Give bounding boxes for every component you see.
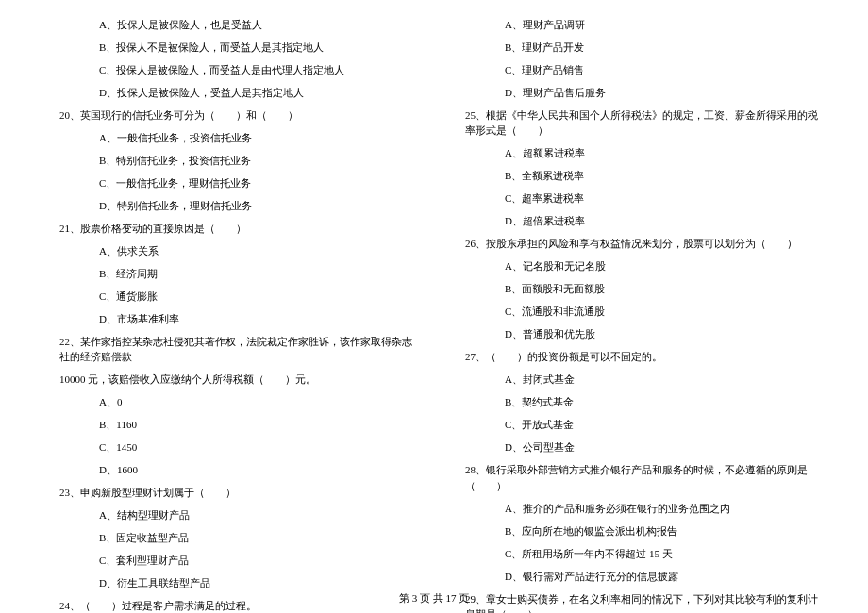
- option-text: B、理财产品开发: [448, 40, 826, 56]
- question-text: 22、某作家指控某杂志社侵犯其著作权，法院裁定作家胜诉，该作家取得杂志社的经济赔…: [42, 334, 420, 365]
- option-text: B、投保人不是被保险人，而受益人是其指定地人: [42, 40, 420, 56]
- option-text: B、应向所在地的银监会派出机构报告: [448, 523, 826, 539]
- option-text: D、超倍累进税率: [448, 213, 826, 229]
- right-column: A、理财产品调研 B、理财产品开发 C、理财产品销售 D、理财产品售后服务 25…: [434, 9, 840, 585]
- question-text: 21、股票价格变动的直接原因是（ ）: [42, 221, 420, 237]
- option-text: C、流通股和非流通股: [448, 304, 826, 320]
- option-text: B、面额股和无面额股: [448, 281, 826, 297]
- question-text: 25、根据《中华人民共和国个人所得税法》的规定，工资、薪金所得采用的税率形式是（…: [448, 108, 826, 139]
- option-text: A、供求关系: [42, 243, 420, 259]
- option-text: D、投保人是被保险人，受益人是其指定地人: [42, 85, 420, 101]
- option-text: C、超率累进税率: [448, 191, 826, 207]
- option-text: D、1600: [42, 462, 420, 478]
- option-text: A、理财产品调研: [448, 17, 826, 33]
- option-text: B、契约式基金: [448, 394, 826, 410]
- option-text: D、衍生工具联结型产品: [42, 575, 420, 591]
- question-text: 27、（ ）的投资份额是可以不固定的。: [448, 349, 826, 365]
- option-text: A、结构型理财产品: [42, 507, 420, 523]
- option-text: C、通货膨胀: [42, 289, 420, 305]
- option-text: D、公司型基金: [448, 439, 826, 456]
- option-text: D、市场基准利率: [42, 311, 420, 327]
- option-text: A、0: [42, 394, 420, 410]
- option-text: A、记名股和无记名股: [448, 258, 826, 274]
- option-text: C、一般信托业务，理财信托业务: [42, 175, 420, 191]
- option-text: D、普通股和优先股: [448, 326, 826, 342]
- option-text: C、投保人是被保险人，而受益人是由代理人指定地人: [42, 62, 420, 78]
- option-text: A、封闭式基金: [448, 372, 826, 388]
- option-text: D、银行需对产品进行充分的信息披露: [448, 569, 826, 585]
- option-text: B、特别信托业务，投资信托业务: [42, 153, 420, 169]
- left-column: A、投保人是被保险人，也是受益人 B、投保人不是被保险人，而受益人是其指定地人 …: [28, 9, 434, 585]
- option-text: A、投保人是被保险人，也是受益人: [42, 17, 420, 33]
- option-text: A、超额累进税率: [448, 145, 826, 161]
- page-footer: 第 3 页 共 17 页: [0, 591, 868, 605]
- option-text: A、一般信托业务，投资信托业务: [42, 130, 420, 146]
- option-text: C、套利型理财产品: [42, 553, 420, 569]
- option-text: C、开放式基金: [448, 417, 826, 433]
- option-text: D、特别信托业务，理财信托业务: [42, 198, 420, 214]
- question-text: 28、银行采取外部营销方式推介银行产品和服务的时候，不必遵循的原则是（ ）: [448, 462, 826, 493]
- question-continuation: 10000 元，该赔偿收入应缴纳个人所得税额（ ）元。: [42, 372, 420, 388]
- option-text: A、推介的产品和服务必须在银行的业务范围之内: [448, 501, 826, 517]
- option-text: B、经济周期: [42, 266, 420, 282]
- option-text: D、理财产品售后服务: [448, 85, 826, 101]
- option-text: C、理财产品销售: [448, 62, 826, 78]
- question-text: 20、英国现行的信托业务可分为（ ）和（ ）: [42, 108, 420, 124]
- option-text: B、1160: [42, 417, 420, 433]
- page-content: A、投保人是被保险人，也是受益人 B、投保人不是被保险人，而受益人是其指定地人 …: [0, 0, 868, 585]
- option-text: B、固定收益型产品: [42, 530, 420, 546]
- option-text: C、所租用场所一年内不得超过 15 天: [448, 546, 826, 562]
- option-text: C、1450: [42, 439, 420, 456]
- question-text: 23、申购新股型理财计划属于（ ）: [42, 485, 420, 501]
- option-text: B、全额累进税率: [448, 168, 826, 184]
- question-text: 26、按股东承担的风险和享有权益情况来划分，股票可以划分为（ ）: [448, 236, 826, 252]
